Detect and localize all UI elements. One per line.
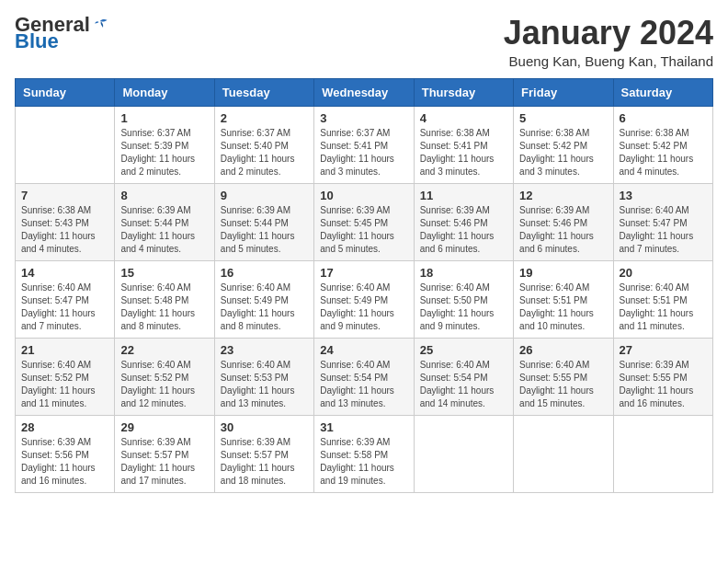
day-info: Sunrise: 6:40 AMSunset: 5:54 PMDaylight:… — [420, 359, 507, 410]
calendar-subtitle: Bueng Kan, Bueng Kan, Thailand — [504, 53, 713, 69]
week-row-5: 28Sunrise: 6:39 AMSunset: 5:56 PMDayligh… — [16, 415, 713, 492]
week-row-4: 21Sunrise: 6:40 AMSunset: 5:52 PMDayligh… — [16, 338, 713, 415]
day-cell: 9Sunrise: 6:39 AMSunset: 5:44 PMDaylight… — [214, 183, 313, 260]
day-info: Sunrise: 6:38 AMSunset: 5:43 PMDaylight:… — [21, 204, 108, 256]
day-info: Sunrise: 6:40 AMSunset: 5:49 PMDaylight:… — [320, 282, 407, 333]
day-cell: 17Sunrise: 6:40 AMSunset: 5:49 PMDayligh… — [314, 260, 414, 338]
day-info: Sunrise: 6:38 AMSunset: 5:41 PMDaylight:… — [420, 127, 507, 178]
day-number: 19 — [519, 266, 607, 280]
day-info: Sunrise: 6:40 AMSunset: 5:47 PMDaylight:… — [620, 204, 707, 256]
logo-bird-icon — [92, 17, 108, 33]
week-row-2: 7Sunrise: 6:38 AMSunset: 5:43 PMDaylight… — [16, 183, 713, 260]
day-info: Sunrise: 6:40 AMSunset: 5:50 PMDaylight:… — [420, 282, 507, 333]
day-cell: 4Sunrise: 6:38 AMSunset: 5:41 PMDaylight… — [414, 106, 513, 183]
day-number: 5 — [519, 111, 607, 125]
day-cell: 20Sunrise: 6:40 AMSunset: 5:51 PMDayligh… — [613, 260, 712, 338]
day-cell: 14Sunrise: 6:40 AMSunset: 5:47 PMDayligh… — [16, 260, 115, 338]
day-number: 22 — [120, 343, 208, 357]
day-number: 16 — [221, 266, 308, 280]
page-header: General Blue January 2024 Bueng Kan, Bue… — [15, 15, 713, 69]
calendar-table: SundayMondayTuesdayWednesdayThursdayFrid… — [15, 78, 713, 493]
day-info: Sunrise: 6:40 AMSunset: 5:54 PMDaylight:… — [320, 359, 407, 410]
day-number: 4 — [420, 111, 507, 125]
day-info: Sunrise: 6:39 AMSunset: 5:56 PMDaylight:… — [21, 436, 108, 488]
day-info: Sunrise: 6:37 AMSunset: 5:39 PMDaylight:… — [120, 127, 208, 178]
weekday-header-saturday: Saturday — [613, 78, 712, 106]
day-number: 6 — [620, 111, 707, 125]
day-number: 12 — [519, 189, 607, 202]
day-cell — [514, 415, 613, 492]
day-number: 27 — [620, 343, 707, 357]
day-cell: 22Sunrise: 6:40 AMSunset: 5:52 PMDayligh… — [115, 338, 214, 415]
day-cell: 3Sunrise: 6:37 AMSunset: 5:41 PMDaylight… — [314, 106, 414, 183]
day-cell: 30Sunrise: 6:39 AMSunset: 5:57 PMDayligh… — [214, 415, 313, 492]
day-number: 28 — [21, 420, 108, 434]
day-number: 23 — [221, 343, 308, 357]
day-number: 9 — [221, 189, 308, 202]
day-number: 8 — [120, 189, 208, 202]
day-cell: 28Sunrise: 6:39 AMSunset: 5:56 PMDayligh… — [16, 415, 115, 492]
calendar-title: January 2024 — [504, 15, 713, 52]
day-info: Sunrise: 6:38 AMSunset: 5:42 PMDaylight:… — [620, 127, 707, 178]
day-info: Sunrise: 6:40 AMSunset: 5:53 PMDaylight:… — [221, 359, 308, 410]
day-number: 31 — [320, 420, 407, 434]
day-info: Sunrise: 6:39 AMSunset: 5:45 PMDaylight:… — [320, 204, 407, 256]
day-cell: 23Sunrise: 6:40 AMSunset: 5:53 PMDayligh… — [214, 338, 313, 415]
day-info: Sunrise: 6:39 AMSunset: 5:46 PMDaylight:… — [420, 204, 507, 256]
day-cell: 12Sunrise: 6:39 AMSunset: 5:46 PMDayligh… — [514, 183, 613, 260]
day-cell — [16, 106, 115, 183]
weekday-header-thursday: Thursday — [414, 78, 513, 106]
day-info: Sunrise: 6:40 AMSunset: 5:51 PMDaylight:… — [519, 282, 607, 333]
day-cell: 18Sunrise: 6:40 AMSunset: 5:50 PMDayligh… — [414, 260, 513, 338]
day-cell: 8Sunrise: 6:39 AMSunset: 5:44 PMDaylight… — [115, 183, 214, 260]
day-number: 25 — [420, 343, 507, 357]
week-row-1: 1Sunrise: 6:37 AMSunset: 5:39 PMDaylight… — [16, 106, 713, 183]
day-number: 14 — [21, 266, 108, 280]
day-cell — [414, 415, 513, 492]
day-number: 11 — [420, 189, 507, 202]
day-cell: 26Sunrise: 6:40 AMSunset: 5:55 PMDayligh… — [514, 338, 613, 415]
day-cell: 21Sunrise: 6:40 AMSunset: 5:52 PMDayligh… — [16, 338, 115, 415]
day-info: Sunrise: 6:40 AMSunset: 5:47 PMDaylight:… — [21, 282, 108, 333]
logo: General Blue — [15, 15, 108, 52]
day-number: 10 — [320, 189, 407, 202]
day-cell: 29Sunrise: 6:39 AMSunset: 5:57 PMDayligh… — [115, 415, 214, 492]
day-cell: 24Sunrise: 6:40 AMSunset: 5:54 PMDayligh… — [314, 338, 414, 415]
day-info: Sunrise: 6:37 AMSunset: 5:40 PMDaylight:… — [221, 127, 308, 178]
weekday-header-monday: Monday — [115, 78, 214, 106]
day-info: Sunrise: 6:39 AMSunset: 5:46 PMDaylight:… — [519, 204, 607, 256]
day-cell: 10Sunrise: 6:39 AMSunset: 5:45 PMDayligh… — [314, 183, 414, 260]
day-cell: 16Sunrise: 6:40 AMSunset: 5:49 PMDayligh… — [214, 260, 313, 338]
week-row-3: 14Sunrise: 6:40 AMSunset: 5:47 PMDayligh… — [16, 260, 713, 338]
day-info: Sunrise: 6:40 AMSunset: 5:52 PMDaylight:… — [21, 359, 108, 410]
day-number: 13 — [620, 189, 707, 202]
day-cell: 6Sunrise: 6:38 AMSunset: 5:42 PMDaylight… — [613, 106, 712, 183]
day-number: 26 — [519, 343, 607, 357]
day-number: 29 — [120, 420, 208, 434]
day-info: Sunrise: 6:40 AMSunset: 5:51 PMDaylight:… — [620, 282, 707, 333]
weekday-header-wednesday: Wednesday — [314, 78, 414, 106]
day-info: Sunrise: 6:39 AMSunset: 5:55 PMDaylight:… — [620, 359, 707, 410]
day-info: Sunrise: 6:40 AMSunset: 5:52 PMDaylight:… — [120, 359, 208, 410]
day-cell: 13Sunrise: 6:40 AMSunset: 5:47 PMDayligh… — [613, 183, 712, 260]
day-number: 2 — [221, 111, 308, 125]
day-number: 24 — [320, 343, 407, 357]
weekday-header-sunday: Sunday — [16, 78, 115, 106]
day-cell: 25Sunrise: 6:40 AMSunset: 5:54 PMDayligh… — [414, 338, 513, 415]
day-number: 21 — [21, 343, 108, 357]
day-cell: 2Sunrise: 6:37 AMSunset: 5:40 PMDaylight… — [214, 106, 313, 183]
day-number: 3 — [320, 111, 407, 125]
day-cell: 19Sunrise: 6:40 AMSunset: 5:51 PMDayligh… — [514, 260, 613, 338]
title-section: January 2024 Bueng Kan, Bueng Kan, Thail… — [504, 15, 713, 69]
day-info: Sunrise: 6:40 AMSunset: 5:55 PMDaylight:… — [519, 359, 607, 410]
day-cell: 31Sunrise: 6:39 AMSunset: 5:58 PMDayligh… — [314, 415, 414, 492]
day-number: 20 — [620, 266, 707, 280]
day-cell — [613, 415, 712, 492]
day-cell: 27Sunrise: 6:39 AMSunset: 5:55 PMDayligh… — [613, 338, 712, 415]
day-cell: 7Sunrise: 6:38 AMSunset: 5:43 PMDaylight… — [16, 183, 115, 260]
day-number: 7 — [21, 189, 108, 202]
day-info: Sunrise: 6:39 AMSunset: 5:58 PMDaylight:… — [320, 436, 407, 488]
day-number: 1 — [120, 111, 208, 125]
day-info: Sunrise: 6:37 AMSunset: 5:41 PMDaylight:… — [320, 127, 407, 178]
weekday-header-friday: Friday — [514, 78, 613, 106]
